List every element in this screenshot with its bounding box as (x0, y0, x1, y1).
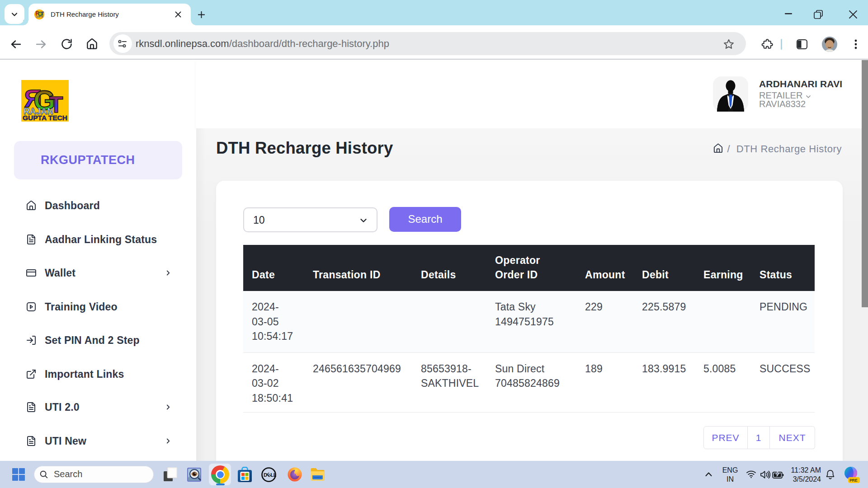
svg-text:GUPTA: GUPTA (36, 16, 43, 18)
svg-text:PRE: PRE (849, 478, 858, 483)
svg-text:GUPTA TECH: GUPTA TECH (23, 114, 67, 122)
svg-text:LL: LL (270, 472, 276, 478)
